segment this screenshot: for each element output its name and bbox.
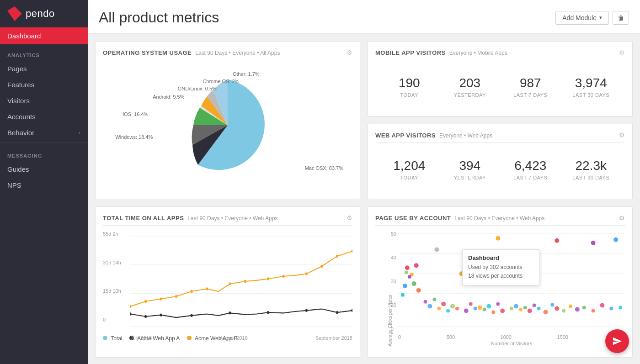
scatter-dot xyxy=(410,273,414,276)
tooltip-line2: 18 views per accounts xyxy=(468,272,534,280)
main-content: All product metrics Add Module ▾ 🗑 OPERA… xyxy=(88,0,640,364)
scatter-dot xyxy=(500,309,505,313)
sidebar-item-accounts[interactable]: Accounts xyxy=(0,109,88,125)
svg-point-9 xyxy=(206,287,208,290)
os-usage-subtitle: Last 90 Days • Everyone • All Apps xyxy=(195,50,280,56)
scatter-dot xyxy=(519,308,523,311)
x-label-september: September 2018 xyxy=(315,335,352,341)
web-stat-value-yesterday: 394 xyxy=(443,159,497,172)
header: All product metrics Add Module ▾ 🗑 xyxy=(88,0,640,34)
web-stat-label-30days: LAST 30 DAYS xyxy=(565,175,618,180)
web-visitors-title: WEB APP VISITORS xyxy=(375,132,436,139)
svg-point-8 xyxy=(191,290,193,293)
sidebar-item-pages[interactable]: Pages xyxy=(0,61,88,77)
sidebar-item-label-nps: NPS xyxy=(7,181,21,189)
svg-point-18 xyxy=(130,312,132,316)
page-use-gear-icon[interactable]: ⚙ xyxy=(619,214,625,222)
y-label-mid: 31d 14h xyxy=(103,260,127,265)
header-actions: Add Module ▾ 🗑 xyxy=(555,11,629,25)
scatter-plot-container: Dashboard Used by 302 accounts 18 views … xyxy=(398,231,625,350)
logo: pendo xyxy=(0,0,88,27)
mobile-stat-today: 190 TODAY xyxy=(379,73,440,101)
add-module-button[interactable]: Add Module ▾ xyxy=(555,11,609,25)
mobile-visitors-widget: MOBILE APP VISITORS Everyone • Mobile Ap… xyxy=(368,41,633,116)
gear-icon[interactable]: ⚙ xyxy=(347,49,352,56)
scatter-dot xyxy=(591,241,596,245)
scatter-dot xyxy=(405,270,408,274)
scatter-dot xyxy=(555,238,559,243)
pie-label-macosx: Mac OSX: 83.7% xyxy=(305,165,343,171)
sidebar-item-nps[interactable]: NPS xyxy=(0,177,88,193)
svg-point-7 xyxy=(175,295,177,298)
web-stat-value-7days: 6,423 xyxy=(504,159,557,172)
tooltip-line1: Used by 302 accounts xyxy=(468,263,534,272)
scatter-dot xyxy=(619,306,622,310)
scatter-dot xyxy=(437,307,441,311)
scatter-dot xyxy=(569,305,572,308)
scatter-dot xyxy=(510,307,513,311)
pendo-logo-icon xyxy=(7,6,22,21)
mobile-visitors-header: MOBILE APP VISITORS Everyone • Mobile Ap… xyxy=(375,49,625,60)
web-visitors-title-group: WEB APP VISITORS Everyone • Web Apps xyxy=(375,132,492,139)
os-usage-widget: OPERATING SYSTEM USAGE Last 90 Days • Ev… xyxy=(95,41,360,199)
sidebar-item-guides[interactable]: Guides xyxy=(0,161,88,177)
scatter-dot xyxy=(455,307,459,311)
scatter-dot xyxy=(427,304,432,309)
y-label-low: 15d 10h xyxy=(103,288,127,294)
scatter-dot xyxy=(600,303,604,308)
scatter-dot xyxy=(496,236,500,241)
line-chart-svg xyxy=(130,231,352,332)
web-stats-grid: 1,204 TODAY 394 YESTERDAY 6,423 LAST 7 D… xyxy=(375,148,625,191)
x-tick-500: 500 xyxy=(447,334,455,340)
pie-label-ios: iOS: 16.4% xyxy=(123,111,149,117)
scatter-x-labels: 0 500 1000 1500 2000 xyxy=(398,333,625,340)
y-axis-labels: 55d 2h 31d 14h 15d 10h 0 xyxy=(103,231,130,332)
tooltip-title: Dashboard xyxy=(468,254,534,261)
messaging-section-label: MESSAGING xyxy=(0,145,88,161)
x-label-august: August 2018 xyxy=(219,335,248,341)
web-visitors-header: WEB APP VISITORS Everyone • Web Apps ⚙ xyxy=(375,132,625,143)
web-stat-30days: 22.3k LAST 30 DAYS xyxy=(561,156,622,184)
scatter-dot xyxy=(469,302,473,306)
y-tick-50: 50 xyxy=(391,231,396,237)
legend-item-total: Total xyxy=(103,335,122,342)
sidebar-item-dashboard[interactable]: Dashboard xyxy=(0,27,88,44)
mobile-gear-icon[interactable]: ⚙ xyxy=(619,49,625,56)
total-time-title: TOTAL TIME ON ALL APPS xyxy=(103,215,184,222)
sidebar-item-features[interactable]: Features xyxy=(0,77,88,93)
scatter-dot xyxy=(405,265,410,270)
total-time-gear-icon[interactable]: ⚙ xyxy=(347,214,352,222)
scatter-dot xyxy=(528,309,532,313)
sidebar-item-label-behavior: Behavior xyxy=(7,129,34,137)
mobile-stat-7days: 987 LAST 7 DAYS xyxy=(500,73,561,101)
scatter-dot xyxy=(401,293,405,297)
sidebar-item-label-guides: Guides xyxy=(7,165,29,173)
pie-chart-svg xyxy=(164,70,292,180)
scatter-dot xyxy=(414,263,419,268)
web-gear-icon[interactable]: ⚙ xyxy=(619,132,625,139)
fab-button[interactable] xyxy=(605,329,629,353)
scatter-y-axis: Average Clicks per Visitor 50 40 30 20 0 xyxy=(375,231,398,350)
sidebar-item-behavior[interactable]: Behavior › xyxy=(0,125,88,141)
web-stat-label-today: TODAY xyxy=(383,175,436,180)
mobile-stat-value-7days: 987 xyxy=(504,77,557,90)
total-time-title-group: TOTAL TIME ON ALL APPS Last 90 Days • Ev… xyxy=(103,215,277,222)
x-tick-1000: 1000 xyxy=(501,334,512,340)
x-label-july: July 2018 xyxy=(130,335,152,341)
web-stat-7days: 6,423 LAST 7 DAYS xyxy=(500,156,561,184)
page-use-header: PAGE USE BY ACCOUNT Last 90 Days • Every… xyxy=(375,214,625,226)
os-usage-header: OPERATING SYSTEM USAGE Last 90 Days • Ev… xyxy=(103,49,352,60)
scatter-dot xyxy=(412,281,416,286)
web-stat-yesterday: 394 YESTERDAY xyxy=(440,156,501,184)
sidebar-item-label-accounts: Accounts xyxy=(7,113,36,121)
sidebar: pendo Dashboard ANALYTICS Pages Features… xyxy=(0,0,88,364)
web-stat-today: 1,204 TODAY xyxy=(379,156,440,184)
svg-point-26 xyxy=(351,309,352,312)
scatter-dot xyxy=(575,307,580,312)
sidebar-item-visitors[interactable]: Visitors xyxy=(0,93,88,109)
trash-button[interactable]: 🗑 xyxy=(613,11,629,25)
mobile-visitors-title: MOBILE APP VISITORS xyxy=(375,49,446,56)
legend-dot-total xyxy=(103,336,107,340)
logo-text: pendo xyxy=(26,8,55,20)
scatter-area: Average Clicks per Visitor 50 40 30 20 0 xyxy=(375,231,625,350)
